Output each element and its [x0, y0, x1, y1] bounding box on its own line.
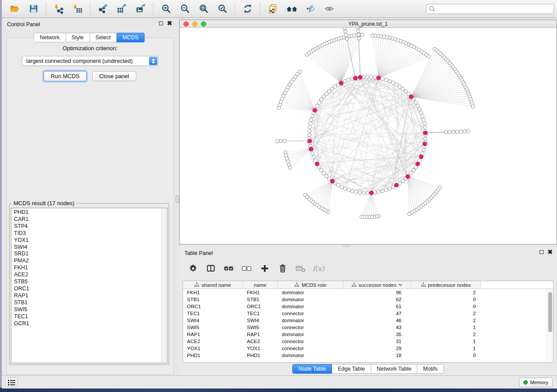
tab-network-table[interactable]: Network Table — [371, 364, 418, 374]
optimization-criterion-select[interactable]: largest connected component (undirected) — [22, 56, 158, 66]
cell-predecessor-nodes: 2 — [411, 332, 481, 337]
table-row[interactable]: RAP1RAP1dominator352 — [183, 331, 553, 338]
save-session-icon[interactable] — [26, 2, 41, 16]
close-table-panel-icon[interactable]: ✖ — [547, 250, 553, 254]
export-image-icon[interactable] — [133, 2, 148, 16]
float-table-panel-icon[interactable] — [540, 250, 543, 254]
zoom-in-icon[interactable] — [159, 2, 173, 16]
zoom-fit-icon[interactable] — [196, 2, 211, 16]
column-header-predecessor-nodes[interactable]: predecessor nodes — [411, 281, 481, 289]
mcds-result-item[interactable]: SRD1 — [14, 251, 167, 258]
table-row[interactable]: ORC1ORC1dominator610 — [183, 303, 553, 310]
zoom-selected-icon[interactable] — [215, 2, 229, 16]
show-all-icon[interactable] — [322, 2, 336, 16]
mcds-result-item[interactable]: SWI4 — [14, 244, 167, 251]
table-row[interactable]: TEC1TEC1connector472 — [183, 310, 553, 317]
mcds-result-item[interactable]: YOX1 — [14, 237, 167, 244]
column-header-name[interactable]: name — [243, 281, 278, 289]
window-minimize-icon[interactable] — [192, 21, 197, 27]
mcds-result-item[interactable]: GCR1 — [14, 320, 167, 327]
memory-button[interactable]: Memory — [519, 378, 553, 387]
cell-shared-name: FKH1 — [183, 290, 243, 295]
delete-columns-icon[interactable] — [276, 261, 290, 275]
network-window-title: YPA_prune.txt_1 — [349, 21, 388, 27]
mcds-result-item[interactable]: ORC1 — [14, 285, 167, 292]
mcds-result-item[interactable]: RAP1 — [14, 292, 167, 299]
window-maximize-icon[interactable] — [201, 21, 206, 27]
tab-node-table[interactable]: Node Table — [292, 364, 332, 374]
window-close-icon[interactable] — [183, 21, 189, 27]
run-mcds-button[interactable]: Run MCDS — [44, 71, 86, 81]
tab-mcds[interactable]: MCDS — [117, 33, 145, 42]
list-scrollbar[interactable] — [161, 209, 166, 362]
function-builder-icon[interactable]: f(x) — [311, 261, 325, 275]
network-window-titlebar[interactable]: YPA_prune.txt_1 — [180, 20, 557, 28]
tab-network[interactable]: Network — [34, 33, 66, 42]
tab-select[interactable]: Select — [90, 33, 117, 42]
mcds-result-item[interactable]: TEC1 — [14, 313, 167, 320]
first-neighbors-icon[interactable] — [284, 2, 299, 16]
tab-motifs[interactable]: Motifs — [417, 364, 443, 374]
show-column-panel-icon[interactable] — [204, 261, 218, 275]
control-panel: Control Panel ✖ NetworkStyleSelectMCDS O… — [2, 18, 176, 375]
float-panel-icon[interactable] — [159, 21, 163, 25]
column-header-mcds-role[interactable]: MCDS role — [278, 281, 343, 289]
column-header-shared-name[interactable]: shared name — [183, 281, 243, 289]
cell-successor-nodes: 31 — [343, 339, 411, 344]
cell-successor-nodes: 43 — [343, 325, 411, 330]
node-table[interactable]: shared namenameMCDS rolesuccessor nodesp… — [183, 281, 554, 363]
export-network-icon[interactable] — [96, 2, 110, 16]
table-settings-icon[interactable] — [186, 261, 200, 275]
create-column-icon[interactable] — [258, 261, 272, 275]
open-file-icon[interactable] — [7, 2, 22, 16]
cell-predecessor-nodes: 2 — [411, 290, 481, 295]
vertical-splitter-handle[interactable] — [176, 196, 179, 203]
table-row[interactable]: PHD1PHD1dominator180 — [183, 352, 553, 359]
close-panel-button[interactable]: Close panel — [92, 71, 136, 81]
table-row[interactable]: STB1STB1dominator620 — [183, 296, 553, 303]
export-table-icon[interactable] — [114, 2, 129, 16]
mcds-result-item[interactable]: PHD1 — [14, 209, 167, 216]
tab-edge-table[interactable]: Edge Table — [332, 364, 371, 374]
mcds-result-item[interactable]: STB1 — [14, 299, 167, 306]
search-input[interactable] — [436, 4, 554, 14]
tab-style[interactable]: Style — [66, 33, 90, 42]
table-row[interactable]: SWI5SWI5connector431 — [183, 324, 553, 331]
cell-mcds-role: dominator — [278, 304, 343, 309]
table-scrollbar-thumb[interactable] — [548, 292, 552, 332]
mcds-result-item[interactable]: STB5 — [14, 279, 167, 285]
cell-predecessor-nodes: 0 — [411, 304, 481, 309]
table-row[interactable]: ACE2ACE2connector311 — [183, 338, 553, 345]
cell-shared-name: SWI4 — [183, 318, 243, 323]
node-table-header: shared namenameMCDS rolesuccessor nodesp… — [183, 281, 553, 289]
hide-selected-icon[interactable] — [303, 2, 318, 16]
search-field[interactable] — [426, 4, 554, 14]
clone-network-icon[interactable] — [266, 2, 280, 16]
cell-mcds-role: connector — [278, 311, 343, 316]
mcds-result-item[interactable]: CAR1 — [14, 216, 167, 223]
network-graph-canvas[interactable] — [180, 28, 557, 244]
mcds-result-item[interactable]: TID3 — [14, 230, 167, 237]
mcds-result-item[interactable]: FKH1 — [14, 265, 167, 272]
mcds-result-list[interactable]: PHD1CAR1STP4TID3YOX1SWI4SRD1PMA2FKH1ACE2… — [11, 208, 167, 363]
cell-shared-name: TEC1 — [183, 311, 243, 316]
import-table-icon[interactable] — [70, 2, 85, 16]
close-panel-icon[interactable]: ✖ — [167, 21, 172, 25]
cell-shared-name: RAP1 — [183, 332, 243, 337]
table-row[interactable]: YOX1YOX1connector291 — [183, 345, 553, 352]
mcds-result-item[interactable]: STP4 — [14, 223, 167, 230]
deselect-all-icon[interactable] — [240, 261, 254, 275]
refresh-view-icon[interactable] — [240, 2, 255, 16]
mcds-result-item[interactable]: PMA2 — [14, 258, 167, 265]
select-all-icon[interactable] — [222, 261, 236, 275]
mcds-result-item[interactable]: ACE2 — [14, 272, 167, 279]
table-row[interactable]: FKH1FKH1dominator962 — [183, 289, 553, 296]
table-row[interactable]: SWI4SWI4dominator462 — [183, 317, 553, 324]
table-scrollbar[interactable] — [547, 289, 553, 362]
mcds-result-item[interactable]: SWI5 — [14, 306, 167, 313]
task-history-button[interactable] — [5, 378, 17, 387]
zoom-out-icon[interactable] — [177, 2, 192, 16]
delete-table-icon[interactable] — [294, 261, 308, 275]
column-header-successor-nodes[interactable]: successor nodes — [343, 281, 411, 289]
import-network-icon[interactable] — [52, 2, 66, 16]
